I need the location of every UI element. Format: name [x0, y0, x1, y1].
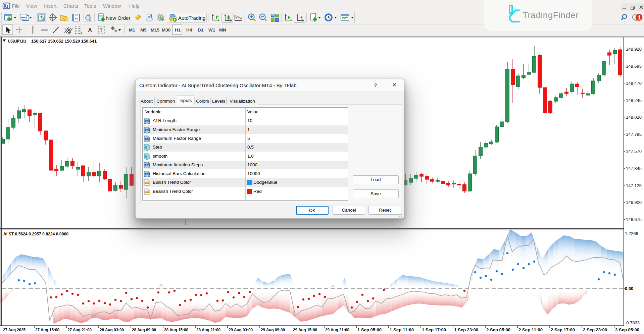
svg-text:3 Sep 05:00: 3 Sep 05:00 [615, 328, 639, 332]
svg-text:½: ½ [145, 155, 148, 158]
svg-text:T: T [100, 27, 103, 33]
svg-text:148.920: 148.920 [626, 47, 642, 52]
svg-text:29 Aug 15:00: 29 Aug 15:00 [293, 328, 317, 332]
svg-text:F: F [81, 32, 83, 35]
svg-text:148.020: 148.020 [626, 115, 642, 120]
svg-text:123: 123 [145, 164, 150, 167]
svg-text:123: 123 [145, 128, 150, 132]
svg-text:A: A [88, 27, 92, 34]
svg-text:1 Sep 11:00: 1 Sep 11:00 [390, 328, 414, 332]
svg-text:123: 123 [145, 172, 150, 176]
svg-text:150.617 150.652 150.520 150.64: 150.617 150.652 150.520 150.641 [31, 39, 97, 44]
svg-text:27 Aug 21:00: 27 Aug 21:00 [67, 328, 92, 332]
svg-text:0.00: 0.00 [625, 286, 633, 291]
svg-text:2 Sep 17:00: 2 Sep 17:00 [551, 328, 575, 332]
svg-text:2 Sep 23:00: 2 Sep 23:00 [583, 328, 607, 332]
svg-text:148.470: 148.470 [626, 81, 642, 86]
svg-text:148.695: 148.695 [626, 64, 642, 69]
svg-text:1 Sep 05:00: 1 Sep 05:00 [357, 328, 382, 332]
svg-text:29 Aug 09:00: 29 Aug 09:00 [261, 328, 285, 332]
svg-text:USDJPY,H1: USDJPY,H1 [8, 39, 26, 44]
svg-text:148.245: 148.245 [626, 98, 642, 103]
svg-text:146.900: 146.900 [626, 200, 642, 205]
svg-text:147.795: 147.795 [626, 132, 642, 137]
svg-text:-0.7833: -0.7833 [625, 320, 640, 325]
svg-text:28 Aug 03:00: 28 Aug 03:00 [100, 328, 124, 332]
svg-text:29 Aug 03:00: 29 Aug 03:00 [229, 328, 253, 332]
svg-text:147.345: 147.345 [626, 166, 642, 171]
svg-text:AI ST 0.5624 0.2957 0.8224 0.0: AI ST 0.5624 0.2957 0.8224 0.0000 [3, 231, 68, 236]
svg-text:27 Aug 15:00: 27 Aug 15:00 [35, 328, 59, 332]
svg-text:123: 123 [145, 137, 150, 141]
svg-text:E: E [69, 32, 71, 35]
svg-text:28 Aug 15:00: 28 Aug 15:00 [164, 328, 188, 332]
svg-text:1.2266: 1.2266 [625, 231, 638, 236]
svg-text:1 Sep 23:00: 1 Sep 23:00 [454, 328, 478, 332]
svg-text:1 Sep 17:00: 1 Sep 17:00 [422, 328, 446, 332]
svg-text:28 Aug 09:00: 28 Aug 09:00 [132, 328, 156, 332]
svg-text:147.125: 147.125 [626, 183, 642, 188]
svg-text:147.570: 147.570 [626, 149, 642, 154]
svg-text:2 Sep 11:00: 2 Sep 11:00 [518, 328, 543, 332]
svg-text:½: ½ [145, 146, 148, 149]
svg-text:123: 123 [145, 119, 150, 123]
svg-text:29 Aug 21:00: 29 Aug 21:00 [325, 328, 349, 332]
svg-text:28 Aug 21:00: 28 Aug 21:00 [196, 328, 220, 332]
svg-text:2 Sep 05:00: 2 Sep 05:00 [486, 328, 510, 332]
svg-text:146.675: 146.675 [626, 217, 642, 222]
svg-text:27 Aug 2025: 27 Aug 2025 [3, 328, 26, 332]
